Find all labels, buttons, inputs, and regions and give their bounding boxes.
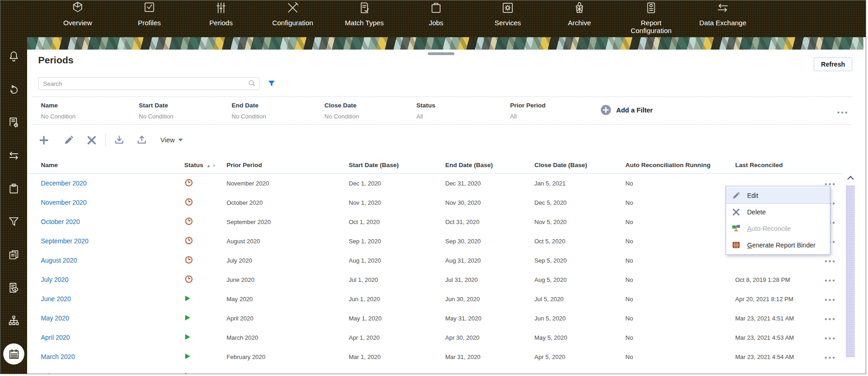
column-header-status[interactable]: Status▲▼ — [184, 162, 227, 168]
auto-reconciliation-cell: No — [625, 219, 735, 225]
exchange-arrows-icon — [716, 1, 730, 15]
filter-field-end-date[interactable]: End Date No Condition — [232, 97, 266, 120]
filter-field-name[interactable]: Name No Condition — [41, 97, 75, 120]
table-row[interactable]: June 2020 May 2020 Jun 1, 2020 Jun 30, 2… — [27, 289, 843, 309]
vertical-scrollbar — [846, 174, 855, 374]
period-name-link[interactable]: September 2020 — [41, 237, 89, 245]
export-button[interactable] — [136, 135, 148, 146]
column-header-prior-period[interactable]: Prior Period — [227, 162, 349, 168]
sidebar-item-calendar[interactable] — [3, 343, 24, 365]
filter-overflow-ellipsis-icon[interactable]: ●●● — [834, 108, 851, 116]
search-input[interactable] — [38, 77, 260, 90]
menu-item-label: Generate Report Binder — [747, 241, 816, 249]
period-name-link[interactable]: August 2020 — [41, 257, 77, 264]
table-row[interactable]: March 2020 February 2020 Mar 1, 2020 Mar… — [27, 347, 843, 366]
nav-item-overview[interactable]: Overview — [42, 0, 113, 27]
org-chart-icon — [7, 314, 20, 327]
calendar-icon — [8, 348, 20, 360]
status-clock-icon — [185, 179, 193, 186]
row-actions-ellipsis-icon[interactable]: ●●● — [821, 296, 840, 303]
start-date-cell: Apr 1, 2020 — [349, 334, 445, 341]
panel-drag-handle[interactable] — [428, 52, 454, 55]
nav-item-configuration[interactable]: Configuration — [257, 0, 329, 27]
sort-ascending-icon[interactable]: ▲ — [206, 163, 210, 168]
column-header-start-date-base[interactable]: Start Date (Base) — [349, 162, 445, 168]
sidebar-item-document-view[interactable] — [7, 281, 20, 294]
sidebar-item-reconcile[interactable] — [7, 83, 20, 96]
nav-item-services[interactable]: Services — [472, 0, 544, 27]
table-row[interactable]: April 2020 March 2020 Apr 1, 2020 Apr 30… — [27, 328, 843, 347]
scale-icon — [732, 224, 741, 233]
column-header-end-date-base[interactable]: End Date (Base) — [445, 162, 534, 168]
row-actions-ellipsis-icon[interactable]: ●●● — [821, 354, 840, 360]
delete-period-button[interactable] — [86, 135, 97, 146]
nav-item-profiles[interactable]: Profiles — [113, 0, 185, 27]
filter-funnel-icon[interactable] — [267, 79, 276, 88]
add-period-button[interactable] — [38, 135, 50, 146]
row-actions-ellipsis-icon[interactable]: ●●● — [821, 334, 840, 341]
sidebar-item-bell[interactable] — [7, 50, 20, 63]
filter-field-close-date[interactable]: Close Date No Condition — [324, 97, 359, 120]
report-page-icon — [644, 1, 658, 15]
nav-item-data-exchange[interactable]: Data Exchange — [687, 0, 759, 27]
filter-field-status[interactable]: Status All — [416, 97, 435, 120]
row-actions-ellipsis-icon[interactable]: ●●● — [821, 315, 840, 322]
sidebar-item-clipboard[interactable] — [7, 182, 20, 195]
column-header-last-reconciled[interactable]: Last Reconciled — [735, 162, 821, 168]
scrollbar-thumb[interactable] — [846, 185, 855, 357]
close-date-cell: Nov 5, 2020 — [534, 219, 625, 225]
table-row[interactable]: September 2020 August 2020 Sep 1, 2020 S… — [27, 231, 843, 251]
filter-field-value: All — [510, 113, 545, 120]
filter-field-prior-period[interactable]: Prior Period All — [510, 97, 545, 120]
nav-item-label: Configuration — [272, 19, 313, 27]
import-button[interactable] — [113, 135, 125, 146]
table-row[interactable]: February 2020 January 2020 Feb 1, 2020 F… — [27, 366, 843, 374]
nav-item-periods[interactable]: Periods — [185, 0, 257, 27]
add-filter-button[interactable]: Add a Filter — [600, 104, 653, 116]
nav-item-report-configuration[interactable]: Report Configuration — [615, 0, 687, 34]
table-row[interactable]: July 2020 June 2020 Jul 1, 2020 Jul 31, … — [27, 270, 843, 289]
nav-item-archive[interactable]: Archive — [544, 0, 615, 27]
nav-item-label: Archive — [568, 19, 591, 27]
view-menu-button[interactable]: View — [158, 136, 186, 144]
table-row[interactable]: October 2020 September 2020 Oct 1, 2020 … — [27, 212, 843, 231]
period-name-link[interactable]: December 2020 — [41, 180, 87, 187]
menu-item-delete[interactable]: Delete — [726, 204, 830, 220]
period-name-link[interactable]: February 2020 — [41, 372, 83, 374]
table-row[interactable]: May 2020 April 2020 May 1, 2020 May 31, … — [27, 309, 843, 328]
sidebar-item-document-gear[interactable] — [7, 116, 20, 129]
table-row[interactable]: November 2020 October 2020 Nov 1, 2020 N… — [27, 193, 843, 212]
sort-descending-icon[interactable]: ▼ — [212, 163, 216, 168]
column-header-close-date-base[interactable]: Close Date (Base) — [534, 162, 625, 168]
column-header-name[interactable]: Name — [41, 162, 184, 168]
magnifier-icon[interactable] — [248, 79, 256, 87]
briefcase-icon — [429, 1, 443, 15]
period-name-link[interactable]: July 2020 — [41, 276, 68, 283]
sidebar-item-transfer[interactable] — [7, 149, 20, 162]
column-header-auto-reconciliation-running[interactable]: Auto Reconciliation Running — [625, 162, 735, 168]
period-name-link[interactable]: March 2020 — [41, 353, 75, 360]
nav-item-match-types[interactable]: Match Types — [329, 0, 400, 27]
row-actions-ellipsis-icon[interactable]: ●●● — [821, 257, 840, 264]
row-actions-ellipsis-icon[interactable]: ●●● — [821, 373, 840, 375]
filter-field-start-date[interactable]: Start Date No Condition — [139, 97, 173, 120]
period-name-link[interactable]: November 2020 — [41, 199, 87, 206]
scroll-up-icon[interactable] — [846, 174, 855, 182]
edit-period-button[interactable] — [63, 135, 74, 146]
sidebar-item-hierarchy[interactable] — [7, 314, 20, 327]
period-name-link[interactable]: October 2020 — [41, 218, 80, 225]
close-date-cell: Jun 5, 2020 — [534, 315, 625, 322]
table-row[interactable]: August 2020 July 2020 Aug 1, 2020 Aug 31… — [27, 251, 843, 270]
start-date-cell: Sep 1, 2020 — [349, 238, 445, 245]
period-name-link[interactable]: May 2020 — [41, 314, 69, 322]
sidebar-item-documents[interactable] — [7, 248, 20, 261]
nav-item-jobs[interactable]: Jobs — [400, 0, 472, 27]
table-row[interactable]: December 2020 November 2020 Dec 1, 2020 … — [27, 174, 843, 193]
sidebar-item-filter[interactable] — [7, 215, 20, 228]
period-name-link[interactable]: June 2020 — [41, 295, 71, 303]
menu-item-generate-report-binder[interactable]: Generate Report Binder — [726, 237, 830, 253]
refresh-button[interactable]: Refresh — [814, 57, 852, 71]
period-name-link[interactable]: April 2020 — [41, 334, 70, 341]
menu-item-edit[interactable]: Edit — [726, 187, 830, 204]
row-actions-ellipsis-icon[interactable]: ●●● — [821, 276, 840, 283]
